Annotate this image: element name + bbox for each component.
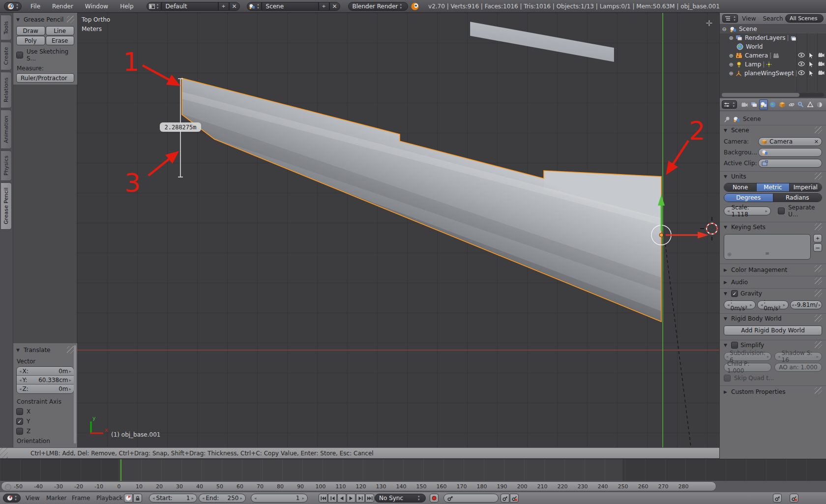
gravity-y-field[interactable]: ◂ : 0m/s² ▸ — [757, 300, 789, 309]
menu-render[interactable]: Render — [46, 3, 79, 10]
play-button[interactable] — [347, 494, 355, 503]
simplify-panel-header[interactable]: ▼ Simplify — [724, 340, 822, 350]
screen-layout-selector[interactable]: ▴▾ Default ＋ ✕ — [147, 2, 240, 11]
keying-set-remove-button[interactable]: − — [813, 243, 822, 252]
frame-start-field[interactable]: ◂ Start: 1 ▸ — [149, 494, 197, 503]
units-none-button[interactable]: None — [724, 183, 757, 191]
frame-end-field[interactable]: ◂ End: 250 ▸ — [199, 494, 246, 503]
outliner-row-scene[interactable]: ⊖ Scene — [720, 25, 826, 33]
jump-next-keyframe-button[interactable] — [356, 494, 365, 503]
shelf-tab-physics[interactable]: Physics — [1, 150, 12, 181]
delete-scene-button[interactable]: ✕ — [329, 2, 340, 11]
simplify-ao-field[interactable]: AO an: 1.000 — [774, 363, 822, 372]
viewport-3d[interactable]: y x 1 2 3 Top Ortho Meters 2.288275m (1)… — [77, 13, 719, 447]
current-frame-indicator[interactable] — [120, 459, 121, 481]
shelf-tab-create[interactable]: Create — [1, 42, 12, 70]
selectability-cursor-icon[interactable] — [806, 53, 816, 59]
simplify-subdivision-field[interactable]: ◂Subdivision: 6▸ — [724, 352, 771, 361]
outliner-menu-search[interactable]: Search — [763, 15, 783, 22]
manipulator-x-arrowhead[interactable] — [698, 232, 708, 238]
expand-plus-icon[interactable]: ⊕ — [728, 53, 735, 59]
render-engine-selector[interactable]: Blender Render ▴▾ — [348, 2, 402, 11]
timeline-menu-frame[interactable]: Frame — [72, 495, 90, 502]
gravity-checkbox[interactable]: ✓ — [731, 290, 738, 297]
audio-panel-header[interactable]: ▶ Audio — [724, 276, 822, 288]
units-degrees-button[interactable]: Degrees — [724, 194, 773, 202]
ruler-protractor-button[interactable]: Ruler/Protractor — [16, 73, 74, 83]
use-sketching-checkbox[interactable] — [16, 52, 23, 59]
add-layout-button[interactable]: ＋ — [218, 2, 229, 11]
pin-icon[interactable] — [724, 116, 730, 122]
copy-data-path-button[interactable] — [773, 494, 782, 503]
tab-material[interactable] — [815, 99, 824, 110]
auto-keying-set-field[interactable] — [443, 494, 499, 503]
shelf-tab-animation[interactable]: Animation — [1, 110, 12, 149]
tab-constraints[interactable] — [787, 99, 796, 110]
menu-file[interactable]: File — [25, 3, 46, 10]
tab-render[interactable] — [740, 99, 749, 110]
outliner-editor-type-button[interactable]: ▴▾ — [722, 14, 738, 23]
outliner-row-world[interactable]: World — [720, 42, 826, 51]
stepper-right-icon[interactable]: ▸ — [191, 496, 194, 501]
skip-quad-checkbox[interactable] — [724, 375, 731, 382]
gravity-panel-header[interactable]: ▼ ✓ Gravity — [724, 289, 822, 298]
add-circle-icon[interactable]: ⊕ — [727, 251, 732, 258]
expand-plus-icon[interactable]: ⊕ — [728, 61, 735, 68]
shelf-tab-relations[interactable]: Relations — [1, 72, 12, 108]
color-management-header[interactable]: ▶ Color Management — [724, 264, 822, 276]
tab-render-layers[interactable] — [750, 99, 759, 110]
timeline-editor-type-button[interactable]: ▴▾ — [3, 494, 21, 503]
units-panel-header[interactable]: ▼ Units — [724, 172, 822, 181]
translate-panel-header[interactable]: ▼ Translate — [16, 345, 74, 355]
selectability-cursor-icon[interactable] — [806, 70, 816, 76]
gravity-x-field[interactable]: ◂ : 0m/s² ▸ — [724, 300, 756, 309]
stepper-right-icon[interactable]: ▸ — [69, 378, 71, 383]
outliner-row-lamp[interactable]: ⊕ Lamp | — [720, 60, 826, 69]
auto-keyframe-record-button[interactable] — [430, 494, 439, 503]
gp-draw-button[interactable]: Draw — [16, 26, 45, 35]
expand-plus-icon[interactable]: ⊕ — [728, 35, 735, 41]
expand-plus-icon[interactable]: ⊕ — [728, 70, 735, 77]
constraint-z-checkbox[interactable] — [16, 428, 23, 435]
tab-modifiers[interactable] — [796, 99, 805, 110]
filter-lines-icon[interactable]: ＝ — [765, 249, 770, 258]
grease-pencil-panel-header[interactable]: ▼ Grease Pencil — [16, 15, 74, 25]
render-restrict-camera-icon[interactable] — [816, 61, 826, 67]
delete-keyframe-button[interactable] — [510, 494, 519, 503]
clear-x-icon[interactable]: ✕ — [814, 139, 819, 145]
unit-scale-field[interactable]: ◂ Scale: 1.118 ▸ — [724, 207, 771, 215]
stepper-right-icon[interactable]: ▸ — [69, 386, 71, 391]
gravity-z-field[interactable]: ◂ -9.81m/ ▸ — [790, 300, 822, 309]
current-frame-field[interactable]: ◂ 1 ▸ — [251, 494, 308, 503]
timeline-ruler[interactable]: -50-40-30-20-100102030405060708090100110… — [0, 481, 826, 492]
timeline-menu-marker[interactable]: Marker — [46, 495, 66, 502]
stepper-left-icon[interactable]: ◂ — [19, 378, 22, 383]
stepper-right-icon[interactable]: ▸ — [240, 496, 242, 501]
shelf-tab-grease-pencil[interactable]: Grease Pencil — [1, 182, 12, 230]
wing-mesh-selected[interactable] — [173, 78, 667, 322]
scene-panel-header[interactable]: ▼ Scene — [724, 125, 822, 135]
visibility-eye-icon[interactable] — [796, 53, 806, 59]
stepper-left-icon[interactable]: ◂ — [202, 496, 205, 501]
vector-x-field[interactable]: ◂ X: 0m ▸ — [17, 367, 74, 376]
units-metric-button[interactable]: Metric — [757, 183, 789, 191]
simplify-child-particles-field[interactable]: Child P: 1.000 — [724, 363, 771, 372]
custom-properties-header[interactable]: ▶ Custom Properties — [724, 386, 822, 398]
tab-world[interactable] — [768, 99, 777, 110]
outliner-row-planewingswept[interactable]: ⊕ planeWingSwept | — [720, 69, 826, 78]
timeline-channel-area[interactable] — [0, 459, 826, 481]
properties-editor-type-button[interactable]: ▴▾ — [722, 100, 737, 109]
outliner-menu-view[interactable]: View — [742, 15, 756, 22]
region-expand-plus-icon[interactable]: ✛ — [706, 19, 712, 28]
clear-keyframes-button[interactable] — [790, 494, 798, 503]
vector-z-field[interactable]: ◂ Z: 0m ▸ — [17, 385, 74, 393]
visibility-eye-icon[interactable] — [796, 70, 806, 76]
outliner-scrollbar[interactable] — [720, 91, 826, 98]
stepper-left-icon[interactable]: ◂ — [727, 208, 730, 213]
units-imperial-button[interactable]: Imperial — [790, 183, 822, 191]
jump-prev-keyframe-button[interactable] — [328, 494, 337, 503]
constraint-y-checkbox[interactable]: ✓ — [16, 418, 23, 425]
timeline-scroller[interactable]: -50-40-30-20-100102030405060708090100110… — [1, 481, 716, 491]
time-indicator-toggle[interactable] — [124, 494, 133, 503]
stepper-left-icon[interactable]: ◂ — [152, 496, 155, 501]
